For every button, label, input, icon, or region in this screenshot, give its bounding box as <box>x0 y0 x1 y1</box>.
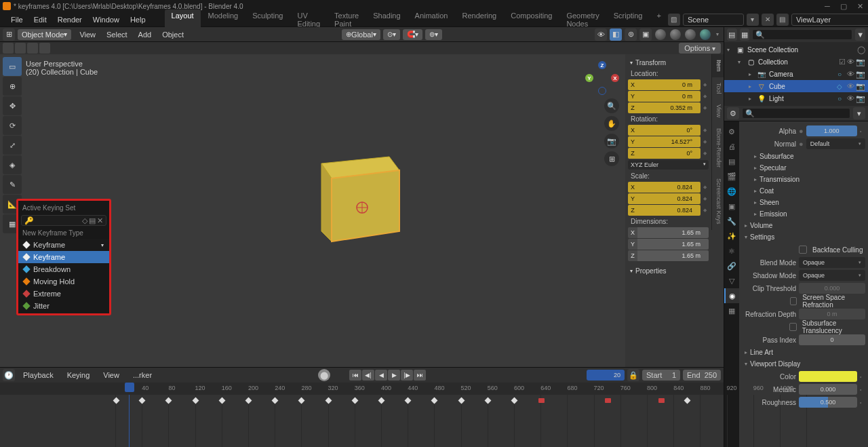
visibility-icon[interactable]: 👁 <box>595 28 607 41</box>
play-button[interactable]: ▶ <box>388 370 400 381</box>
lineart-panel[interactable]: Line Art <box>742 347 865 358</box>
timeline-marker-menu[interactable]: ...rker <box>127 369 157 381</box>
shadow-mode-dropdown[interactable]: Opaque <box>799 270 865 281</box>
prop-tab-output[interactable]: 🖨 <box>724 139 739 154</box>
select-mode3-icon[interactable] <box>27 43 38 54</box>
timeline-keyframe[interactable] <box>218 397 225 404</box>
navigation-gizmo[interactable]: Z Y X <box>585 61 619 95</box>
annotate-tool[interactable]: ✎ <box>3 175 22 194</box>
overlay-toggle[interactable]: ⊚ <box>625 28 637 41</box>
prop-tab-scene[interactable]: 🎬 <box>724 169 739 184</box>
jump-prev-button[interactable]: ◀| <box>362 370 374 381</box>
viewport-menu-add[interactable]: Add <box>133 28 157 41</box>
viewport-menu-select[interactable]: Select <box>101 28 133 41</box>
workspace-tab-scripting[interactable]: Scripting <box>607 9 650 30</box>
snap-toggle[interactable]: 🧲▾ <box>403 29 422 40</box>
keyframe-type-breakdown[interactable]: Breakdown <box>18 263 109 275</box>
select-box-tool[interactable]: ▭ <box>3 57 22 76</box>
outliner-item-camera[interactable]: ▸📷Camera○👁📷 <box>724 68 868 80</box>
keying-set-input[interactable]: 🔑 ◇▤✕ <box>21 215 106 226</box>
timeline-view-menu[interactable]: View <box>98 369 125 381</box>
timeline-keyframe[interactable] <box>458 397 465 404</box>
scene-new-button[interactable]: ▾ <box>747 14 759 26</box>
color-swatch[interactable] <box>799 371 857 382</box>
keyframe-type-extreme[interactable]: Extreme <box>18 288 109 300</box>
dim-y-field[interactable]: 1.65 m <box>637 239 709 250</box>
timeline-ruler[interactable]: 4080120160200240280320360400440480520560… <box>0 383 724 395</box>
timeline-keyframe[interactable] <box>605 398 611 403</box>
keyframe-type-jitter[interactable]: Jitter <box>18 300 109 312</box>
timeline-keyframe[interactable] <box>192 397 199 404</box>
editor-type-icon[interactable]: ⊞ <box>3 28 15 41</box>
timeline-keyframe[interactable] <box>431 397 438 404</box>
minimize-button[interactable]: ─ <box>822 1 833 11</box>
scene-name-input[interactable] <box>683 14 744 26</box>
volume-panel[interactable]: Volume <box>742 220 865 231</box>
menu-file[interactable]: File <box>5 14 28 26</box>
start-frame-field[interactable]: Start1 <box>642 370 680 381</box>
npanel-tab-tool[interactable]: Tool <box>711 77 724 100</box>
roughness-field[interactable]: 0.500 <box>799 397 857 408</box>
prop-tab-constraints[interactable]: 🔗 <box>724 258 739 273</box>
npanel-tab-blome-render[interactable]: Blome-Render <box>711 123 724 173</box>
workspace-tab-uv-editing[interactable]: UV Editing <box>290 9 327 30</box>
prop-tab-viewlayer[interactable]: ▤ <box>724 154 739 169</box>
material-panel-transmission[interactable]: Transmission <box>742 174 865 185</box>
workspace-add-button[interactable]: + <box>650 9 667 30</box>
prop-tab-physics[interactable]: ⚛ <box>724 244 739 258</box>
pivot-dropdown[interactable]: ⊙▾ <box>383 29 400 40</box>
npanel-tab-item[interactable]: Item <box>711 54 724 77</box>
timeline-playhead[interactable] <box>129 395 130 447</box>
workspace-tab-layout[interactable]: Layout <box>165 9 201 30</box>
select-mode2-icon[interactable] <box>15 43 26 54</box>
workspace-tab-shading[interactable]: Shading <box>366 9 407 30</box>
jump-end-button[interactable]: ⏭ <box>414 370 426 381</box>
outliner-search-input[interactable] <box>752 29 852 40</box>
timeline-keyframe[interactable] <box>272 397 279 404</box>
cube-object[interactable] <box>294 136 430 272</box>
timeline-keyframe[interactable] <box>165 397 172 404</box>
keyframe-dot-icon[interactable]: ◆ <box>701 79 709 90</box>
prop-tab-modifiers[interactable]: 🔧 <box>724 214 739 229</box>
timeline-keyframe[interactable] <box>325 397 332 404</box>
loc-x-field[interactable]: 0 m <box>637 79 701 90</box>
timeline-keyframe[interactable] <box>405 397 412 404</box>
outliner-scene-collection[interactable]: ▾▣ Scene Collection ◯ <box>724 43 868 56</box>
material-panel-specular[interactable]: Specular <box>742 162 865 174</box>
outliner-collection[interactable]: ▾▢ Collection ☑👁📷 <box>724 56 868 68</box>
shading-material[interactable] <box>685 29 696 40</box>
scale-tool[interactable]: ⤢ <box>3 136 22 155</box>
menu-render[interactable]: Render <box>52 14 87 26</box>
jump-next-button[interactable]: |▶ <box>401 370 413 381</box>
alpha-field[interactable]: 1.000 <box>806 125 857 136</box>
npanel-tab-screencast-keys[interactable]: Screencast Keys <box>711 173 724 230</box>
ssr-checkbox[interactable] <box>790 297 797 305</box>
scale-z-field[interactable]: 0.824 <box>637 205 701 216</box>
material-panel-sheen[interactable]: Sheen <box>742 197 865 208</box>
prop-tab-particles[interactable]: ✨ <box>724 229 739 244</box>
end-frame-field[interactable]: End250 <box>683 370 721 381</box>
select-mode4-icon[interactable] <box>39 43 50 54</box>
shading-solid[interactable] <box>670 29 681 40</box>
scale-y-field[interactable]: 0.824 <box>637 193 701 204</box>
timeline-keyframe[interactable] <box>351 397 358 404</box>
exclude-icon[interactable]: ◯ <box>857 45 865 54</box>
viewlayer-icon[interactable]: ▤ <box>776 14 789 26</box>
maximize-button[interactable]: ▢ <box>838 1 849 11</box>
workspace-tab-texture-paint[interactable]: Texture Paint <box>328 9 366 30</box>
timeline-keyframe[interactable] <box>113 397 120 404</box>
blend-mode-dropdown[interactable]: Opaque <box>799 257 865 268</box>
zoom-icon[interactable]: 🔍 <box>604 98 619 113</box>
close-button[interactable]: ✕ <box>854 1 865 11</box>
workspace-tab-compositing[interactable]: Compositing <box>504 9 559 30</box>
timeline-keyframe[interactable] <box>484 397 491 404</box>
outliner-editor-icon[interactable]: ▤ <box>727 28 737 41</box>
clip-threshold-field[interactable]: 0.000 <box>799 283 865 294</box>
workspace-tab-sculpting[interactable]: Sculpting <box>245 9 290 30</box>
keying-search-icon[interactable]: ◇ <box>82 216 87 225</box>
viewport-menu-view[interactable]: View <box>74 28 101 41</box>
cursor-tool[interactable]: ⊕ <box>3 77 22 96</box>
timeline-keyframe[interactable] <box>378 397 385 404</box>
viewport-display-panel[interactable]: Viewport Display <box>742 358 865 370</box>
prop-tab-render[interactable]: ⚙ <box>724 124 739 139</box>
